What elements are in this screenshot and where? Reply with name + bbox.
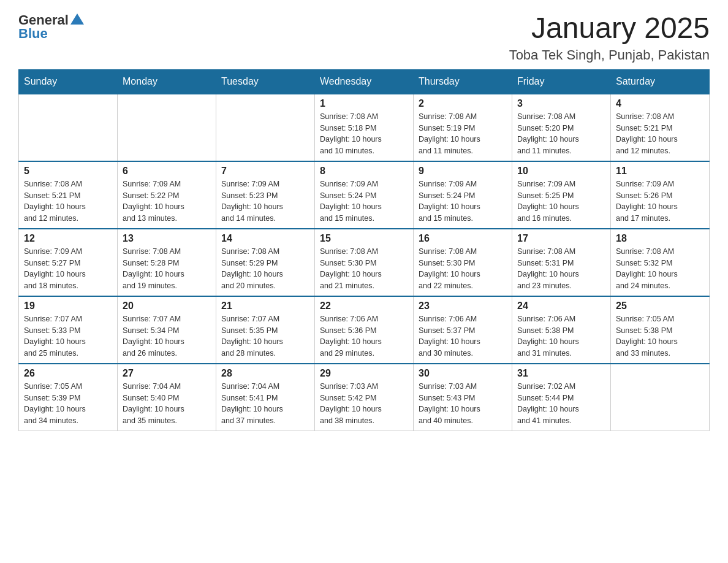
day-info: Sunrise: 7:08 AM Sunset: 5:21 PM Dayligh… — [24, 178, 112, 224]
day-info: Sunrise: 7:08 AM Sunset: 5:28 PM Dayligh… — [123, 246, 211, 292]
day-info: Sunrise: 7:07 AM Sunset: 5:35 PM Dayligh… — [221, 313, 309, 359]
calendar-cell: 13Sunrise: 7:08 AM Sunset: 5:28 PM Dayli… — [118, 229, 216, 296]
week-row-3: 12Sunrise: 7:09 AM Sunset: 5:27 PM Dayli… — [19, 229, 710, 296]
day-info: Sunrise: 7:09 AM Sunset: 5:26 PM Dayligh… — [616, 178, 704, 224]
day-number: 29 — [320, 368, 408, 379]
month-title: January 2025 — [509, 12, 710, 45]
day-info: Sunrise: 7:08 AM Sunset: 5:21 PM Dayligh… — [616, 111, 704, 157]
day-info: Sunrise: 7:06 AM Sunset: 5:36 PM Dayligh… — [320, 313, 408, 359]
column-header-saturday: Saturday — [611, 69, 710, 94]
calendar-cell: 20Sunrise: 7:07 AM Sunset: 5:34 PM Dayli… — [118, 296, 216, 364]
calendar-cell: 1Sunrise: 7:08 AM Sunset: 5:18 PM Daylig… — [315, 94, 414, 161]
day-info: Sunrise: 7:03 AM Sunset: 5:42 PM Dayligh… — [320, 381, 408, 427]
day-info: Sunrise: 7:09 AM Sunset: 5:24 PM Dayligh… — [320, 178, 408, 224]
day-number: 26 — [24, 368, 112, 379]
day-info: Sunrise: 7:07 AM Sunset: 5:34 PM Dayligh… — [123, 313, 211, 359]
day-number: 18 — [616, 233, 704, 244]
calendar-cell: 11Sunrise: 7:09 AM Sunset: 5:26 PM Dayli… — [611, 161, 710, 229]
calendar-cell: 19Sunrise: 7:07 AM Sunset: 5:33 PM Dayli… — [19, 296, 118, 364]
day-number: 22 — [320, 301, 408, 312]
calendar-cell: 3Sunrise: 7:08 AM Sunset: 5:20 PM Daylig… — [512, 94, 611, 161]
day-number: 30 — [419, 368, 507, 379]
day-info: Sunrise: 7:09 AM Sunset: 5:23 PM Dayligh… — [221, 178, 309, 224]
day-info: Sunrise: 7:08 AM Sunset: 5:30 PM Dayligh… — [419, 246, 507, 292]
day-number: 19 — [24, 301, 112, 312]
calendar-cell: 30Sunrise: 7:03 AM Sunset: 5:43 PM Dayli… — [414, 364, 512, 431]
calendar-cell — [19, 94, 118, 161]
week-row-2: 5Sunrise: 7:08 AM Sunset: 5:21 PM Daylig… — [19, 161, 710, 229]
calendar-cell: 31Sunrise: 7:02 AM Sunset: 5:44 PM Dayli… — [512, 364, 611, 431]
day-number: 14 — [221, 233, 309, 244]
day-info: Sunrise: 7:05 AM Sunset: 5:39 PM Dayligh… — [24, 381, 112, 427]
column-header-friday: Friday — [512, 69, 611, 94]
day-info: Sunrise: 7:07 AM Sunset: 5:33 PM Dayligh… — [24, 313, 112, 359]
logo-triangle-icon — [70, 12, 84, 26]
calendar-cell: 9Sunrise: 7:09 AM Sunset: 5:24 PM Daylig… — [414, 161, 512, 229]
logo-blue-text: Blue — [18, 26, 48, 42]
calendar-cell: 24Sunrise: 7:06 AM Sunset: 5:38 PM Dayli… — [512, 296, 611, 364]
location-title: Toba Tek Singh, Punjab, Pakistan — [509, 47, 710, 63]
day-number: 27 — [123, 368, 211, 379]
day-number: 13 — [123, 233, 211, 244]
calendar-cell: 26Sunrise: 7:05 AM Sunset: 5:39 PM Dayli… — [19, 364, 118, 431]
day-info: Sunrise: 7:09 AM Sunset: 5:25 PM Dayligh… — [517, 178, 605, 224]
day-number: 5 — [24, 166, 112, 177]
day-info: Sunrise: 7:09 AM Sunset: 5:24 PM Dayligh… — [419, 178, 507, 224]
day-info: Sunrise: 7:08 AM Sunset: 5:29 PM Dayligh… — [221, 246, 309, 292]
day-number: 9 — [419, 166, 507, 177]
day-number: 24 — [517, 301, 605, 312]
calendar-cell: 6Sunrise: 7:09 AM Sunset: 5:22 PM Daylig… — [118, 161, 216, 229]
calendar-cell: 28Sunrise: 7:04 AM Sunset: 5:41 PM Dayli… — [216, 364, 315, 431]
calendar-cell: 27Sunrise: 7:04 AM Sunset: 5:40 PM Dayli… — [118, 364, 216, 431]
day-info: Sunrise: 7:08 AM Sunset: 5:20 PM Dayligh… — [517, 111, 605, 157]
column-header-wednesday: Wednesday — [315, 69, 414, 94]
page-header: General Blue January 2025 Toba Tek Singh… — [18, 12, 710, 63]
day-number: 25 — [616, 301, 704, 312]
calendar-cell: 15Sunrise: 7:08 AM Sunset: 5:30 PM Dayli… — [315, 229, 414, 296]
calendar-cell: 17Sunrise: 7:08 AM Sunset: 5:31 PM Dayli… — [512, 229, 611, 296]
day-info: Sunrise: 7:08 AM Sunset: 5:31 PM Dayligh… — [517, 246, 605, 292]
calendar-cell: 23Sunrise: 7:06 AM Sunset: 5:37 PM Dayli… — [414, 296, 512, 364]
day-info: Sunrise: 7:02 AM Sunset: 5:44 PM Dayligh… — [517, 381, 605, 427]
column-header-monday: Monday — [118, 69, 216, 94]
calendar-cell: 5Sunrise: 7:08 AM Sunset: 5:21 PM Daylig… — [19, 161, 118, 229]
week-row-1: 1Sunrise: 7:08 AM Sunset: 5:18 PM Daylig… — [19, 94, 710, 161]
week-row-4: 19Sunrise: 7:07 AM Sunset: 5:33 PM Dayli… — [19, 296, 710, 364]
day-info: Sunrise: 7:04 AM Sunset: 5:40 PM Dayligh… — [123, 381, 211, 427]
day-info: Sunrise: 7:05 AM Sunset: 5:38 PM Dayligh… — [616, 313, 704, 359]
day-number: 1 — [320, 98, 408, 109]
day-number: 16 — [419, 233, 507, 244]
calendar-cell — [611, 364, 710, 431]
day-number: 12 — [24, 233, 112, 244]
calendar-cell: 4Sunrise: 7:08 AM Sunset: 5:21 PM Daylig… — [611, 94, 710, 161]
calendar-cell: 22Sunrise: 7:06 AM Sunset: 5:36 PM Dayli… — [315, 296, 414, 364]
day-number: 15 — [320, 233, 408, 244]
day-number: 4 — [616, 98, 704, 109]
title-area: January 2025 Toba Tek Singh, Punjab, Pak… — [509, 12, 710, 63]
day-number: 23 — [419, 301, 507, 312]
calendar-cell: 25Sunrise: 7:05 AM Sunset: 5:38 PM Dayli… — [611, 296, 710, 364]
calendar-cell: 14Sunrise: 7:08 AM Sunset: 5:29 PM Dayli… — [216, 229, 315, 296]
day-number: 28 — [221, 368, 309, 379]
calendar-cell — [118, 94, 216, 161]
calendar-cell: 16Sunrise: 7:08 AM Sunset: 5:30 PM Dayli… — [414, 229, 512, 296]
calendar-header-row: SundayMondayTuesdayWednesdayThursdayFrid… — [19, 69, 710, 94]
day-info: Sunrise: 7:06 AM Sunset: 5:37 PM Dayligh… — [419, 313, 507, 359]
calendar-cell: 7Sunrise: 7:09 AM Sunset: 5:23 PM Daylig… — [216, 161, 315, 229]
day-info: Sunrise: 7:08 AM Sunset: 5:32 PM Dayligh… — [616, 246, 704, 292]
calendar-cell: 21Sunrise: 7:07 AM Sunset: 5:35 PM Dayli… — [216, 296, 315, 364]
calendar-cell: 8Sunrise: 7:09 AM Sunset: 5:24 PM Daylig… — [315, 161, 414, 229]
calendar-cell: 29Sunrise: 7:03 AM Sunset: 5:42 PM Dayli… — [315, 364, 414, 431]
calendar-cell: 12Sunrise: 7:09 AM Sunset: 5:27 PM Dayli… — [19, 229, 118, 296]
day-number: 7 — [221, 166, 309, 177]
day-number: 17 — [517, 233, 605, 244]
calendar-cell: 18Sunrise: 7:08 AM Sunset: 5:32 PM Dayli… — [611, 229, 710, 296]
day-info: Sunrise: 7:09 AM Sunset: 5:22 PM Dayligh… — [123, 178, 211, 224]
week-row-5: 26Sunrise: 7:05 AM Sunset: 5:39 PM Dayli… — [19, 364, 710, 431]
calendar-cell — [216, 94, 315, 161]
calendar-table: SundayMondayTuesdayWednesdayThursdayFrid… — [18, 69, 710, 431]
day-number: 6 — [123, 166, 211, 177]
svg-marker-0 — [70, 13, 84, 25]
day-number: 2 — [419, 98, 507, 109]
day-number: 21 — [221, 301, 309, 312]
